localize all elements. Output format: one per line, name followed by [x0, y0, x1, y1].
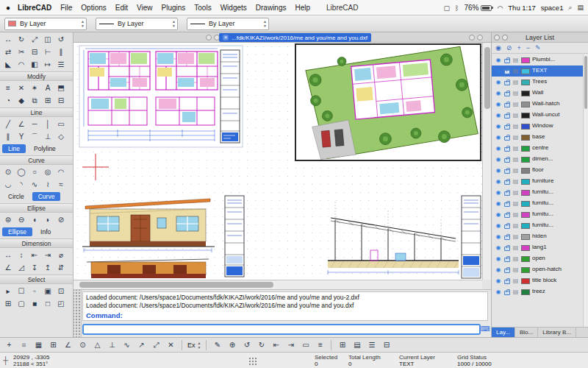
- remove-layer-icon[interactable]: −: [526, 44, 530, 52]
- tangent-icon[interactable]: ⌒: [28, 130, 41, 143]
- move-icon[interactable]: ↔: [1, 33, 15, 46]
- circle-three-points-icon[interactable]: ○: [28, 166, 41, 178]
- layer-color-swatch[interactable]: [521, 57, 530, 63]
- layer-lock-icon[interactable]: [504, 258, 510, 262]
- menu-view[interactable]: View: [137, 4, 153, 12]
- order-icon[interactable]: ⬒: [54, 82, 68, 94]
- layer-color-swatch[interactable]: [521, 68, 530, 74]
- layer-print-icon[interactable]: ▤: [512, 178, 519, 185]
- dim-vertical-icon[interactable]: ⇥: [41, 249, 54, 261]
- tool-tab-polyline[interactable]: Polyline: [28, 144, 62, 153]
- layer-row[interactable]: ◉▤Wall-uncut: [492, 110, 583, 121]
- tool-tab-circle[interactable]: Circle: [2, 192, 30, 201]
- layer-color-swatch[interactable]: [521, 179, 530, 185]
- layer-row[interactable]: ◉▤furnitu...: [492, 187, 583, 198]
- bevel-icon[interactable]: ◣: [1, 58, 15, 71]
- menu-drawings[interactable]: Drawings: [256, 4, 287, 12]
- layer-print-icon[interactable]: ▤: [512, 277, 519, 284]
- layer-color-swatch[interactable]: [521, 168, 530, 174]
- select-window-icon[interactable]: ▫: [28, 285, 41, 297]
- layer-row[interactable]: ◉▤furnitu...: [492, 198, 583, 209]
- drawing-area[interactable]: [74, 43, 491, 289]
- layer-color-swatch[interactable]: [521, 256, 530, 262]
- layer-lock-icon[interactable]: [504, 202, 510, 207]
- vertical-scrollbar-thumb[interactable]: [484, 47, 490, 109]
- line-width-select[interactable]: By Layer ▲▼: [96, 18, 178, 30]
- scale-icon[interactable]: ⤢: [28, 33, 41, 46]
- round-icon[interactable]: ◔: [1, 94, 15, 107]
- layer-row[interactable]: ◉▤open: [492, 253, 583, 264]
- layer-visible-icon[interactable]: ◉: [495, 266, 502, 273]
- layer-lock-icon[interactable]: [504, 169, 510, 174]
- deselect-all-icon[interactable]: □: [41, 297, 54, 310]
- dock-tab-libraryb[interactable]: Library B...: [538, 328, 576, 337]
- command-dock-handle[interactable]: [74, 290, 82, 337]
- layer-color-swatch[interactable]: [521, 223, 530, 229]
- bisector-icon[interactable]: Y: [15, 130, 28, 143]
- properties-icon[interactable]: ☰: [54, 58, 68, 71]
- undo-icon[interactable]: ↺: [240, 339, 254, 351]
- layer-visible-icon[interactable]: ◉: [495, 255, 502, 262]
- trim-icon[interactable]: ✂: [15, 46, 28, 58]
- align-left-icon[interactable]: ⇤: [269, 339, 283, 351]
- dim-horizontal-icon[interactable]: ⇤: [28, 249, 41, 261]
- add-entity-icon[interactable]: ⊕: [225, 339, 239, 351]
- layer-print-icon[interactable]: ▤: [512, 266, 519, 273]
- dim-angular-icon[interactable]: ∠: [1, 261, 15, 274]
- layer-color-swatch[interactable]: [521, 157, 530, 163]
- line-horizontal-icon[interactable]: ─: [28, 118, 41, 130]
- edit-layer-icon[interactable]: ✎: [535, 44, 541, 52]
- layer-visible-icon[interactable]: ◉: [495, 57, 502, 63]
- restrict-nothing-icon[interactable]: ✕: [164, 339, 178, 351]
- layer-color-swatch[interactable]: [521, 124, 530, 130]
- layer-lock-icon[interactable]: [504, 280, 510, 284]
- mdi-minimize-button[interactable]: [206, 35, 212, 40]
- bluetooth-icon[interactable]: ᛒ: [455, 4, 459, 12]
- layer-print-icon[interactable]: ▤: [512, 112, 519, 118]
- layer-visible-icon[interactable]: ◉: [495, 90, 502, 96]
- layer-print-icon[interactable]: ▤: [512, 167, 519, 174]
- arc-tangent-icon[interactable]: ◝: [15, 178, 28, 191]
- circle-center-icon[interactable]: ⊙: [1, 166, 15, 178]
- layer-color-swatch[interactable]: [521, 267, 530, 273]
- dim-linear-icon[interactable]: ↕: [15, 249, 28, 261]
- layer-print-icon[interactable]: ▤: [512, 123, 519, 130]
- layer-visible-icon[interactable]: ◉: [495, 233, 502, 240]
- tool-tab-line[interactable]: Line: [2, 144, 26, 153]
- layer-color-swatch[interactable]: [521, 91, 530, 96]
- delete-icon[interactable]: ✕: [15, 82, 28, 94]
- layer-lock-icon[interactable]: [504, 147, 510, 152]
- snap-distance-icon[interactable]: ↗: [135, 339, 148, 351]
- tool-tab-ellipse[interactable]: Ellipse: [2, 227, 32, 236]
- mdi-close-button[interactable]: [477, 35, 483, 40]
- layer-print-icon[interactable]: ▤: [512, 79, 519, 85]
- layer-visible-icon[interactable]: ◉: [495, 222, 502, 229]
- layer-print-icon[interactable]: ▤: [512, 134, 519, 141]
- layer-visible-icon[interactable]: ◉: [495, 277, 502, 284]
- layer-print-icon[interactable]: ▤: [512, 90, 519, 96]
- layer-visible-icon[interactable]: ◉: [495, 189, 502, 196]
- menu-options[interactable]: Options: [81, 4, 106, 12]
- freehand-icon[interactable]: ≈: [54, 178, 68, 191]
- rotate-icon[interactable]: ↻: [15, 33, 28, 46]
- layer-print-icon[interactable]: ▤: [512, 189, 519, 196]
- grid-toggle-icon[interactable]: ⊞: [335, 339, 349, 351]
- pen-icon[interactable]: ✎: [210, 339, 224, 351]
- spline-points-icon[interactable]: ≀: [41, 178, 54, 191]
- cut-icon[interactable]: ⧉: [28, 94, 41, 107]
- dock-close-button[interactable]: [494, 35, 500, 40]
- wifi-icon[interactable]: ◠: [497, 4, 503, 12]
- layer-lock-icon[interactable]: [504, 114, 510, 118]
- select-all-icon[interactable]: ■: [28, 297, 41, 310]
- restrict-orthogonal-icon[interactable]: ⤢: [149, 339, 163, 351]
- snap-angle-icon[interactable]: ∠: [61, 339, 75, 351]
- layer-lock-icon[interactable]: [504, 81, 510, 85]
- layer-visible-icon[interactable]: ◉: [495, 79, 502, 85]
- layer-lock-icon[interactable]: [504, 92, 510, 96]
- select-layer-icon[interactable]: ▢: [15, 297, 28, 310]
- spotlight-icon[interactable]: ⌕: [568, 4, 572, 12]
- tool-tab-curve[interactable]: Curve: [32, 192, 61, 201]
- layer-visible-icon[interactable]: ◉: [495, 68, 502, 74]
- ellipse-foci-icon[interactable]: ◖: [28, 213, 41, 226]
- layer-print-icon[interactable]: ▤: [512, 255, 519, 262]
